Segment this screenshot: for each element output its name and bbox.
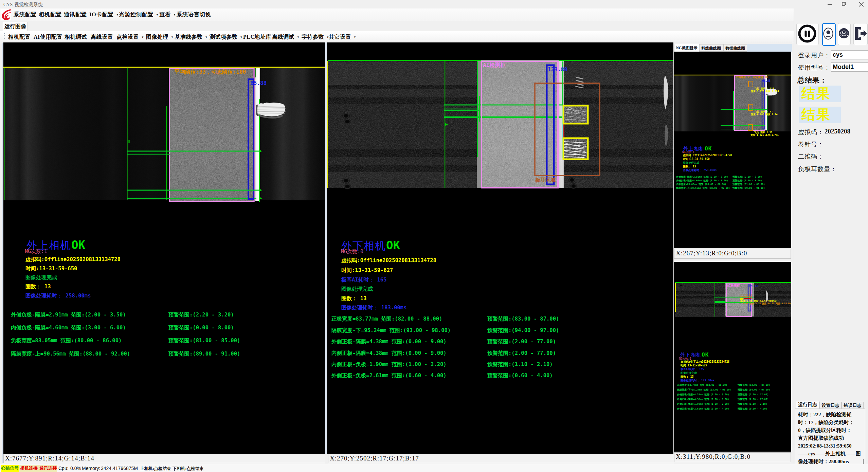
tool-plc-lib[interactable]: PLC地址库 <box>243 34 271 41</box>
menu-comm-config[interactable]: 通讯配置 <box>64 11 87 18</box>
p1-mark-text: 宽度:0.885 高度:2.14 <box>751 113 778 116</box>
preview-lower-camera[interactable]: AI检测框 123.80 高度:1.98 宽度:84.5(下限75%) 2.5-… <box>674 262 791 452</box>
p1-line: 虚拟码:Offline20250208133134728 <box>683 153 732 157</box>
center-stat-warn: 预警范围:(94.00 - 97.00) <box>487 327 559 334</box>
p2-line: 时间:13-31-59-627 <box>681 364 707 367</box>
comm-link-indicator: 通讯连接 <box>39 465 57 472</box>
menu-view[interactable]: 查看 <box>159 11 176 18</box>
tab-ng-capture[interactable]: NG截图显示 <box>674 44 699 52</box>
p2-mark-orange: 2.5-96 面积:3.15 宽度:94.05 高度:0.53 NoAI= <box>740 302 791 305</box>
tool-spotcheck[interactable]: 点检设置 <box>116 34 144 41</box>
p2-stat: 外侧正极-隔膜=4.38mm 范围:(0.00 - 9.00) <box>677 393 729 396</box>
tab-setup-log[interactable]: 设置日志 <box>819 402 842 409</box>
center-stat-row: 外侧正极-隔膜=4.38mm 范围:(0.00 - 9.00) <box>331 338 447 345</box>
tab-metal-2 <box>564 139 587 159</box>
memory-label: Memory: <box>82 466 100 471</box>
result-box-upper: 结果 <box>799 86 841 102</box>
camera-link-indicator: 相机连接 <box>20 465 38 472</box>
upper-camera-status: 上相机:点检结束 <box>140 466 171 472</box>
tab-run-log[interactable]: 运行日志 <box>796 401 819 409</box>
preview-tab-strip: NG截图显示 料线曲线图 数据曲线图 <box>674 44 792 52</box>
left-camera-view[interactable]: 平均阈值:93，动态阈值:100 85.88 外上相机OK NG次数:1 虚拟码… <box>3 42 325 454</box>
left-loops: 圈数： 13 <box>25 283 51 290</box>
tool-ai-config[interactable]: AI使用配置 <box>34 34 62 41</box>
p2-line: 虚拟码:Offline20250208133134728 <box>681 360 729 364</box>
exit-button[interactable] <box>853 23 868 45</box>
tool-other-set[interactable]: 其它设置 <box>329 34 356 41</box>
left-stat-row: 外侧负极-隔膜=2.91mm 范围:(2.00 - 3.50) <box>11 311 126 319</box>
p2-measure: 123.80 <box>748 285 758 288</box>
preview-upper-camera[interactable]: 平均阈值:93，动态阈值:10 85.88 飞边 面积:1.226 宽度:1.7… <box>674 52 791 248</box>
tab-line-curve[interactable]: 料线曲线图 <box>699 44 723 52</box>
current-user-button[interactable] <box>822 23 836 46</box>
p1-stat: 预警范围:(89.00 - 91.00) <box>733 186 765 190</box>
user-icon <box>823 24 834 44</box>
login-user-label: 登录用户： <box>798 51 830 59</box>
reel-number-label: 卷针号： <box>798 140 824 148</box>
tool-camera-debug[interactable]: 相机调试 <box>65 34 87 41</box>
center-measure-value: 123.80 <box>548 66 567 73</box>
left-stat-row: 负极宽度=83.05mm 范围:(80.00 - 86.00) <box>11 337 122 344</box>
left-virtual-code: 虚拟码:Offline20250208133134728 <box>25 256 121 263</box>
center-stat-warn: 预警范围:(1.10 - 2.10) <box>487 361 553 368</box>
center-stat-warn: 预警范围:(0.60 - 4.00) <box>487 372 553 379</box>
metal-tab-blob <box>256 103 286 119</box>
user-manage-button[interactable] <box>838 23 851 45</box>
pause-button[interactable] <box>796 23 819 45</box>
p1-stat: 预警范围:(81.00 - 85.00) <box>733 183 765 186</box>
log-tab-strip: 运行日志 设置日志 错误日志 <box>795 401 868 409</box>
tool-camera-config[interactable]: 相机配置 <box>8 34 31 41</box>
log-panel[interactable]: 耗时：222，缺陷检测耗时：17，缺陷分类耗时：0，缺陷提取分区耗时： 直方图提… <box>795 409 865 472</box>
menu-language-switch[interactable]: 系统语言切换 <box>177 11 211 18</box>
result-box-lower: 结果 <box>799 107 841 123</box>
center-stat-row: 隔膜宽度-下=95.24mm 范围:(93.00 - 98.00) <box>331 327 451 334</box>
tool-offline-set[interactable]: 离线设置 <box>91 34 113 41</box>
heartbeat-indicator: 心跳信号 <box>1 465 19 472</box>
tool-char-param[interactable]: 字符参数 <box>302 34 329 41</box>
p1-measure: 85.88 <box>762 79 771 83</box>
toolbar-grip[interactable] <box>4 33 5 40</box>
p2-line: 图像处理耗时： 183.00ms <box>681 379 714 382</box>
p2-stat: 预警范围:(83.00 - 87.00) <box>738 383 770 387</box>
center-done: 图像处理完成 <box>341 286 373 293</box>
exit-icon <box>854 23 867 43</box>
qr-code-label: 二维码： <box>798 152 824 161</box>
total-result-label: 总结果： <box>797 75 827 85</box>
view-tab-strip: 运行图像 <box>0 21 868 31</box>
p1-stat: 隔膜宽度-上=90.56mm 范围:(88.00 - 92.00) <box>676 186 730 190</box>
p1-stat: 外侧负极-隔膜=2.91mm 范围:(2.00 - 3.50) <box>676 175 728 179</box>
left-ng-count: NG次数:1 <box>25 248 47 255</box>
center-camera-view[interactable]: AI检测框 123.80 极耳区域 外下相机OK NG次数:0 虚拟码:Offl… <box>327 42 673 454</box>
left-pixel-readout: X:7677;Y:891;R:14;G:14;B:14 <box>3 454 325 463</box>
tool-baseline[interactable]: 基准线参数 <box>175 34 208 41</box>
p2-stat: 隔膜宽度-下=95.24mm 范围:(93.00 - 98.00) <box>677 388 731 392</box>
cpu-label: Cpu: <box>58 466 69 471</box>
menu-light-config[interactable]: 光源控制配置 <box>119 11 159 18</box>
maximize-button[interactable] <box>842 2 846 5</box>
log-text: 耗时：222，缺陷检测耗时：17，缺陷分类耗时：0，缺陷提取分区耗时： 直方图提… <box>798 411 861 466</box>
p2-line: 图像处理完成 <box>681 371 697 375</box>
title-bar: CYS-视觉检测系统 <box>0 0 868 8</box>
p2-line: 圈数： 13 <box>681 375 693 379</box>
menu-io-config[interactable]: IO卡配置 <box>89 11 119 18</box>
menu-camera-config[interactable]: 相机配置 <box>39 11 62 18</box>
ai-box-label: AI检测框 <box>483 62 506 69</box>
tab-error-log[interactable]: 错误日志 <box>842 402 864 409</box>
menu-system-config[interactable]: 系统配置 <box>14 11 37 18</box>
tab-run-image[interactable]: 运行图像 <box>3 22 28 32</box>
app-logo-icon <box>1 8 12 20</box>
model-field[interactable]: Model1 <box>831 62 868 72</box>
tool-testitems[interactable]: 测试项参数 <box>210 34 243 41</box>
left-stat-warn: 预警范围:(0.00 - 8.00) <box>168 324 234 331</box>
model-label: 使用型号： <box>798 63 830 72</box>
tool-image-proc[interactable]: 图像处理 <box>146 34 174 41</box>
tool-offline-dbg[interactable]: 离线调试 <box>272 34 300 41</box>
login-user-field[interactable]: cys <box>831 50 868 59</box>
p1-line: 图像处理完成 <box>683 161 699 165</box>
preview1-pixel-readout: X:267;Y:13;R:0;G:0;B:0 <box>674 249 791 259</box>
memory-value: 3424.41796875M <box>101 466 138 471</box>
tab-data-curve[interactable]: 数据曲线图 <box>723 44 747 52</box>
center-virtual-code: 虚拟码:Offline20250208133134728 <box>341 257 436 264</box>
close-button[interactable] <box>859 2 864 6</box>
left-done: 图像处理完成 <box>25 274 57 281</box>
